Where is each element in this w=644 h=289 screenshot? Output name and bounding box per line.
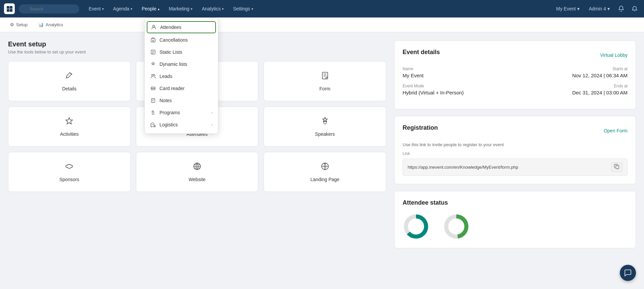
programs-icon (150, 110, 156, 116)
registration-card: Registration Open Form Use this link to … (394, 116, 636, 184)
ends-at-col: Ends at Dec 31, 2024 | 03:00 AM (519, 84, 628, 95)
nav-marketing[interactable]: Marketing ▾ (165, 4, 196, 13)
nav-right: My Event ▾ Admin 4 ▾ (553, 3, 640, 14)
chevron-down-icon: ▾ (222, 7, 224, 11)
notification-icon[interactable] (616, 3, 627, 14)
setup-icon: ⚙ (10, 22, 14, 27)
dropdown-static-lists[interactable]: Static Lists (145, 46, 218, 58)
registration-description: Use this link to invite people to regist… (403, 142, 628, 147)
card-landing-page-label: Landing Page (310, 177, 339, 182)
copy-link-button[interactable] (611, 162, 623, 172)
dynamic-lists-icon (150, 61, 156, 67)
card-sponsors[interactable]: Sponsors (8, 152, 131, 192)
event-mode-value: Hybrid (Virtual + In-Person) (403, 90, 511, 95)
event-details-card: Event details Virtual Lobby Name My Even… (394, 40, 636, 109)
starts-at-value: Nov 12, 2024 | 06:34 AM (519, 73, 628, 78)
event-details-header: Event details Virtual Lobby (403, 49, 628, 61)
nav-event[interactable]: Event ▾ (85, 4, 108, 13)
chevron-down-icon: ▾ (577, 6, 580, 11)
svg-point-20 (152, 113, 154, 115)
chat-fab[interactable] (620, 265, 636, 281)
people-dropdown: Attendees Cancellations Static Lists (144, 17, 218, 134)
dropdown-card-reader[interactable]: Card reader (145, 82, 218, 94)
svg-marker-31 (66, 118, 73, 124)
attendee-status-card: Attendee status (394, 191, 636, 248)
card-speakers[interactable]: Speakers (264, 107, 386, 147)
ends-at-value: Dec 31, 2024 | 03:00 AM (519, 90, 628, 95)
cancellations-icon (150, 37, 156, 43)
ends-at-label: Ends at (519, 84, 628, 88)
search-input[interactable] (19, 4, 79, 13)
starts-at-label: Starts at (519, 67, 628, 71)
card-reader-icon (150, 85, 156, 91)
svg-rect-3 (10, 9, 12, 12)
logistics-icon (150, 122, 156, 128)
chevron-down-icon: ▾ (191, 7, 192, 11)
attendee-status-charts (403, 208, 628, 240)
sub-nav: ⚙ Setup 📊 Analytics (0, 17, 644, 32)
leads-icon (150, 73, 156, 79)
dropdown-cancellations[interactable]: Cancellations (145, 34, 218, 46)
event-name-col: Name My Event (403, 67, 511, 78)
dropdown-programs[interactable]: Programs › (145, 107, 218, 119)
website-icon (192, 162, 202, 173)
svg-rect-41 (616, 166, 619, 169)
svg-point-5 (153, 25, 155, 27)
link-label: Link (403, 151, 628, 156)
card-form-label: Form (319, 86, 330, 91)
nav-agenda[interactable]: Agenda ▾ (109, 4, 136, 13)
svg-point-14 (153, 75, 155, 76)
nav-settings[interactable]: Settings ▾ (229, 4, 257, 13)
card-landing-page[interactable]: Landing Page (264, 152, 386, 192)
admin-button[interactable]: Admin 4 ▾ (586, 4, 613, 13)
status-chart-1 (403, 213, 429, 240)
chevron-up-icon: ▴ (158, 7, 159, 11)
nav-people[interactable]: People ▴ (138, 4, 164, 13)
top-nav: 🔍 Event ▾ Agenda ▾ People ▴ Marketing ▾ … (0, 0, 644, 17)
analytics-button[interactable]: 📊 Analytics (34, 20, 68, 29)
main-content: Event setup Use the tools below to set u… (0, 32, 644, 289)
card-speakers-label: Speakers (315, 131, 335, 137)
event-name-label: Name (403, 67, 511, 71)
registration-title: Registration (403, 124, 438, 131)
svg-rect-6 (151, 39, 155, 42)
registration-header: Registration Open Form (403, 124, 628, 137)
svg-rect-0 (7, 6, 9, 9)
virtual-lobby-link[interactable]: Virtual Lobby (600, 52, 628, 58)
sponsors-icon (64, 162, 74, 173)
activities-icon (64, 116, 74, 128)
open-form-link[interactable]: Open Form (604, 128, 628, 133)
bell-icon[interactable] (629, 3, 640, 14)
card-details[interactable]: Details (8, 61, 131, 101)
event-mode-label: Event Mode (403, 84, 511, 88)
status-chart-2 (443, 213, 470, 240)
attendees-icon (151, 24, 157, 30)
chevron-down-icon: ▾ (607, 6, 610, 11)
card-sponsors-label: Sponsors (59, 177, 79, 182)
card-website[interactable]: Website (136, 152, 259, 192)
analytics-icon: 📊 (38, 22, 44, 27)
my-event-button[interactable]: My Event ▾ (553, 4, 583, 13)
details-icon (64, 71, 74, 83)
svg-point-34 (324, 121, 326, 124)
dropdown-dynamic-lists[interactable]: Dynamic lists (145, 58, 218, 70)
speakers-icon (320, 116, 330, 128)
dropdown-notes[interactable]: Notes (145, 94, 218, 107)
event-mode-row: Event Mode Hybrid (Virtual + In-Person) … (403, 84, 628, 95)
card-form[interactable]: Form (264, 61, 386, 101)
static-lists-icon (150, 49, 156, 55)
landing-page-icon (320, 162, 330, 173)
nav-analytics[interactable]: Analytics ▾ (198, 4, 228, 13)
svg-rect-1 (10, 6, 12, 9)
svg-rect-17 (151, 98, 155, 102)
card-website-label: Website (189, 177, 205, 182)
setup-button[interactable]: ⚙ Setup (5, 20, 32, 29)
dropdown-leads[interactable]: Leads (145, 70, 218, 82)
dropdown-logistics[interactable]: Logistics › (145, 119, 218, 131)
svg-point-13 (152, 75, 153, 76)
dropdown-attendees[interactable]: Attendees (147, 21, 216, 33)
app-logo[interactable] (4, 3, 15, 14)
card-details-label: Details (62, 86, 77, 91)
card-activities[interactable]: Activities (8, 107, 131, 147)
chevron-down-icon: ▾ (131, 7, 132, 11)
